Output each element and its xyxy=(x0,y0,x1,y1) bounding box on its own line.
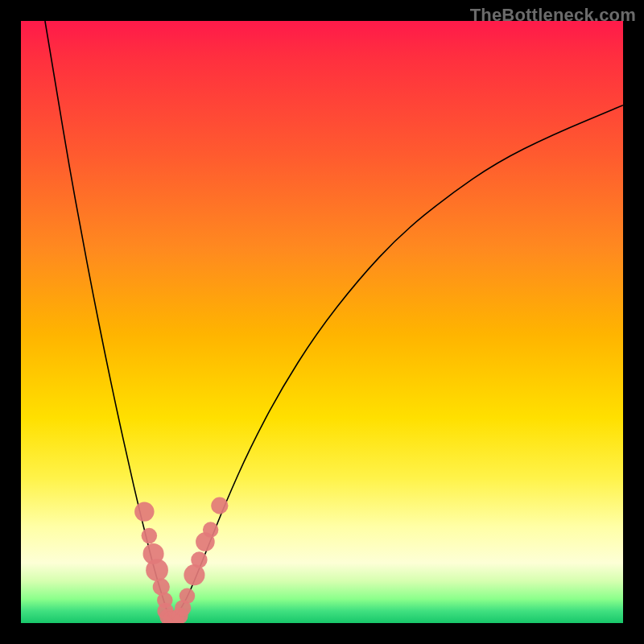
data-dot xyxy=(142,528,158,544)
chart-frame: TheBottleneck.com xyxy=(0,0,644,644)
chart-svg xyxy=(21,21,623,623)
data-dot xyxy=(203,522,219,538)
plot-area xyxy=(21,21,623,623)
data-dots xyxy=(134,497,228,623)
data-dot xyxy=(211,497,228,514)
curve-right xyxy=(171,105,623,621)
data-dot xyxy=(191,551,207,568)
data-dot xyxy=(134,502,154,521)
watermark-text: TheBottleneck.com xyxy=(470,5,636,26)
data-dot xyxy=(180,588,196,605)
data-dot xyxy=(146,559,168,581)
